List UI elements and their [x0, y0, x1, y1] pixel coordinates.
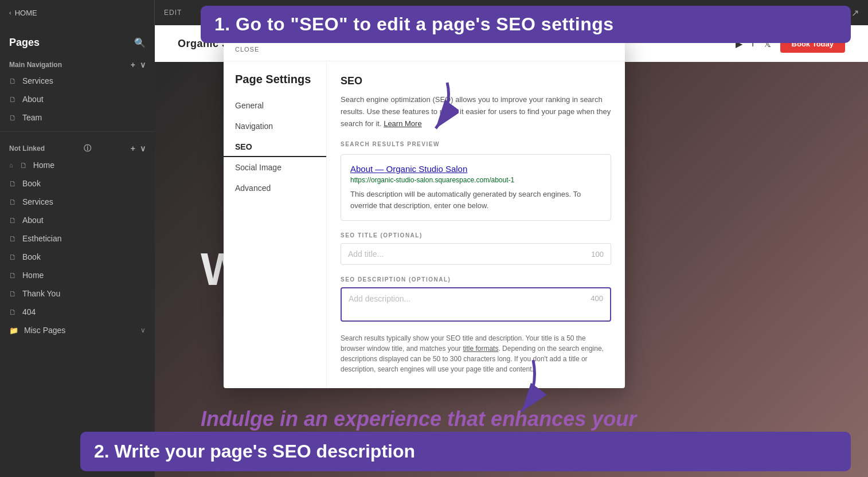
page-icon: 🗋 [9, 234, 17, 243]
home-link[interactable]: ‹ HOME [9, 9, 37, 17]
folder-icon: 📁 [9, 326, 18, 335]
learn-more-link[interactable]: Learn More [384, 119, 421, 128]
not-linked-text: Not Linked [9, 144, 45, 153]
page-label: Home [22, 271, 44, 280]
page-icon: 🗋 [9, 198, 17, 206]
add-page-icon[interactable]: + [131, 60, 135, 69]
sidebar-item-about-main[interactable]: 🗋 About [0, 90, 155, 108]
content-area: Pages 🔍 Main Navigation + ∨ 🗋 Services 🗋… [0, 25, 868, 477]
home-label: HOME [15, 9, 37, 17]
not-linked-label: Not Linked ⓘ + ∨ [0, 136, 155, 156]
chevron-left-icon: ‹ [9, 9, 11, 16]
preview-description: This description will be automatically g… [350, 189, 601, 211]
sidebar-item-home-nl[interactable]: ⌂ 🗋 Home [0, 156, 155, 174]
modal-nav-navigation[interactable]: Navigation [224, 116, 326, 136]
seo-desc-label: SEO DESCRIPTION (OPTIONAL) [341, 276, 611, 283]
modal-content: SEO Search engine optimization (SEO) all… [327, 61, 625, 388]
sidebar-item-book2-nl[interactable]: 🗋 Book [0, 248, 155, 266]
page-label: Book [22, 252, 41, 261]
hero-subtext: Indulge in an experience that enhances y… [201, 407, 636, 431]
page-icon: 🗋 [20, 161, 28, 170]
bottom-annotation-text: 2. Write your page's SEO description [94, 441, 415, 462]
sidebar-item-misc-nl[interactable]: 📁 Misc Pages ∨ [0, 321, 155, 339]
seo-description-field: SEO DESCRIPTION (OPTIONAL) Add descripti… [341, 276, 611, 322]
external-link-icon[interactable]: ↗ [851, 7, 859, 18]
chevron-right-icon: ∨ [140, 326, 146, 334]
page-icon: 🗋 [9, 114, 17, 122]
expand-not-linked-icon[interactable]: ∨ [140, 144, 146, 153]
page-icon: 🗋 [9, 253, 17, 261]
sidebar-item-services-main[interactable]: 🗋 Services [0, 72, 155, 90]
not-linked-actions: + ∨ [131, 144, 146, 153]
seo-desc-placeholder: Add description... [349, 294, 410, 303]
top-annotation-banner: 1. Go to "SEO" to edit a page's SEO sett… [201, 6, 851, 43]
seo-desc-char-count: 400 [591, 294, 603, 303]
sidebar-item-thankyou-nl[interactable]: 🗋 Thank You [0, 284, 155, 303]
seo-title-label: SEO TITLE (OPTIONAL) [341, 232, 611, 238]
sidebar-header: Pages 🔍 [0, 32, 155, 53]
page-icon: 🗋 [9, 308, 17, 316]
section-actions: + ∨ [131, 60, 146, 69]
page-label: Home [33, 161, 54, 170]
not-linked-section: Not Linked ⓘ + ∨ ⌂ 🗋 Home 🗋 Book [0, 136, 155, 339]
modal-nav-social-image[interactable]: Social Image [224, 157, 326, 178]
seo-title-char-count: 100 [591, 250, 604, 259]
modal-close-button[interactable]: CLOSE [235, 46, 259, 53]
page-icon: 🗋 [9, 216, 17, 225]
sidebar-header-actions: 🔍 [134, 37, 146, 48]
home-indicator-icon: ⌂ [9, 162, 13, 169]
page-icon: 🗋 [9, 271, 17, 280]
preview-title: About — Organic Studio Salon [350, 164, 601, 174]
seo-footer-text: Search results typically show your SEO t… [341, 333, 611, 374]
seo-title-input[interactable]: Add title... 100 [341, 243, 611, 265]
main-nav-section: Main Navigation + ∨ [0, 53, 155, 72]
add-not-linked-icon[interactable]: + [131, 144, 135, 153]
expand-icon[interactable]: ∨ [140, 60, 146, 69]
page-label: Esthetician [22, 234, 61, 243]
page-label: Services [22, 197, 53, 206]
modal-nav-advanced[interactable]: Advanced [224, 178, 326, 198]
sidebar-item-about-nl[interactable]: 🗋 About [0, 211, 155, 229]
page-label: Book [22, 179, 41, 188]
page-icon: 🗋 [9, 290, 17, 298]
sidebar-item-404-nl[interactable]: 🗋 404 [0, 303, 155, 321]
top-annotation-text: 1. Go to "SEO" to edit a page's SEO sett… [214, 14, 614, 34]
page-icon: 🗋 [9, 179, 17, 188]
bottom-annotation-banner: 2. Write your page's SEO description [80, 432, 851, 471]
page-label: 404 [22, 307, 36, 316]
seo-title-placeholder: Add title... [348, 249, 384, 259]
modal-body: Page Settings General Navigation SEO Soc… [224, 61, 625, 388]
page-label: Thank You [22, 289, 60, 298]
page-label: About [22, 216, 44, 225]
sidebar-title: Pages [9, 37, 40, 49]
page-label: Services [22, 76, 53, 85]
sidebar-item-esthetician-nl[interactable]: 🗋 Esthetician [0, 229, 155, 248]
sidebar-item-team-main[interactable]: 🗋 Team [0, 108, 155, 127]
main-nav-label: Main Navigation [9, 61, 62, 69]
top-bar-left: ‹ HOME [0, 0, 155, 25]
title-formats-link[interactable]: title formats [463, 345, 498, 353]
search-results-preview-label: SEARCH RESULTS PREVIEW [341, 141, 611, 147]
modal-title: Page Settings [224, 73, 326, 95]
seo-section-title: SEO [341, 75, 611, 87]
seo-description-input[interactable]: Add description... 400 [341, 287, 611, 322]
page-label: Misc Pages [24, 326, 65, 335]
preview-url: https://organic-studio-salon.squarespace… [350, 176, 601, 184]
search-icon[interactable]: 🔍 [134, 37, 146, 48]
info-icon[interactable]: ⓘ [84, 143, 91, 154]
search-results-preview: About — Organic Studio Salon https://org… [341, 154, 611, 221]
modal-nav-seo[interactable]: SEO [224, 136, 326, 157]
modal-nav-general[interactable]: General [224, 95, 326, 116]
page-icon: 🗋 [9, 77, 17, 85]
sidebar-item-home2-nl[interactable]: 🗋 Home [0, 266, 155, 284]
seo-section-description: Search engine optimization (SEO) allows … [341, 94, 611, 130]
page-label: About [22, 95, 44, 104]
divider [0, 131, 155, 132]
main-content: Organic Studio Salon Services About Team… [155, 25, 868, 477]
page-icon: 🗋 [9, 95, 17, 104]
page-settings-modal: CLOSE Page Settings General Navigation S… [224, 37, 625, 388]
page-label: Team [22, 113, 42, 122]
sidebar-item-book-nl[interactable]: 🗋 Book [0, 174, 155, 193]
seo-title-field: SEO TITLE (OPTIONAL) Add title... 100 [341, 232, 611, 265]
sidebar-item-services-nl[interactable]: 🗋 Services [0, 193, 155, 211]
